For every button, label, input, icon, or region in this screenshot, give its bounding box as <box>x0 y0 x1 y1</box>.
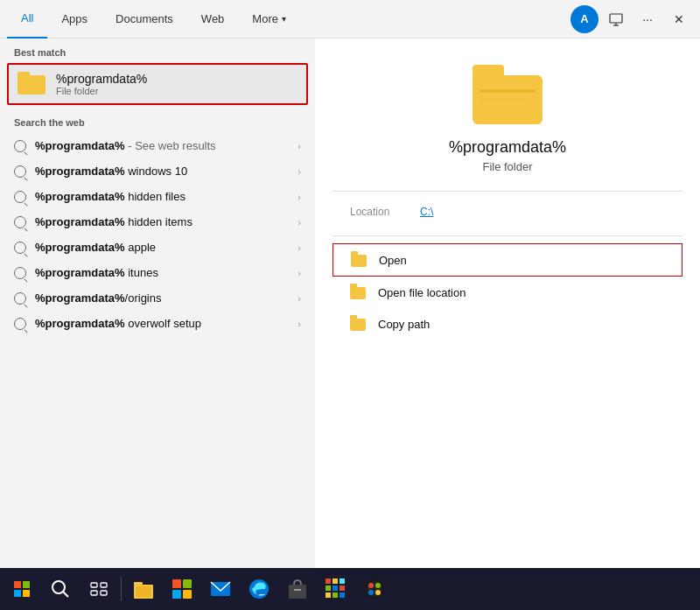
best-match-text: %programdata% File folder <box>56 72 147 96</box>
open-action[interactable]: Open <box>332 243 682 277</box>
tab-documents[interactable]: Documents <box>102 0 187 39</box>
svg-rect-31 <box>332 592 338 598</box>
detail-name: %programdata% <box>449 138 566 157</box>
tab-apps[interactable]: Apps <box>47 0 102 39</box>
close-icon[interactable]: ✕ <box>665 5 693 33</box>
svg-rect-3 <box>14 581 21 588</box>
taskbar-game[interactable] <box>356 571 393 607</box>
tab-all[interactable]: All <box>7 0 47 39</box>
chevron-right-icon: › <box>298 192 301 202</box>
taskbar-shopping[interactable] <box>279 571 316 607</box>
svg-point-7 <box>52 581 65 593</box>
detail-type: File folder <box>482 160 532 173</box>
divider <box>332 191 682 192</box>
search-panel: All Apps Documents Web More ▾ A ··· ✕ Be <box>0 0 700 610</box>
svg-rect-18 <box>172 590 181 599</box>
svg-rect-12 <box>101 591 107 595</box>
start-button[interactable] <box>4 571 40 607</box>
ellipsis-icon[interactable]: ··· <box>634 5 662 33</box>
svg-rect-25 <box>332 578 338 584</box>
svg-rect-30 <box>326 592 331 598</box>
detail-location: Location C:\ <box>332 206 682 218</box>
list-item[interactable]: %programdata%/origins › <box>0 285 315 311</box>
search-icon <box>14 165 26 178</box>
list-item[interactable]: %programdata% windows 10 › <box>0 158 315 184</box>
search-icon <box>14 140 26 152</box>
list-item[interactable]: %programdata% hidden files › <box>0 184 315 209</box>
tab-web[interactable]: Web <box>187 0 239 39</box>
svg-rect-27 <box>326 585 331 591</box>
nav-icons: A ··· ✕ <box>570 5 693 33</box>
list-item[interactable]: %programdata% itunes › <box>0 260 315 285</box>
svg-rect-22 <box>289 585 306 599</box>
svg-rect-9 <box>91 583 97 587</box>
svg-rect-16 <box>172 579 181 588</box>
list-item[interactable]: %programdata% apple › <box>0 235 315 260</box>
right-panel: %programdata% File folder Location C:\ O… <box>315 39 700 610</box>
list-item[interactable]: %programdata% hidden items › <box>0 209 315 235</box>
folder-location-icon <box>350 284 368 301</box>
svg-rect-14 <box>134 582 143 585</box>
search-icon <box>14 267 26 279</box>
taskbar: wsxdn.com <box>0 568 700 610</box>
svg-rect-17 <box>183 579 192 588</box>
chevron-right-icon: › <box>298 293 301 304</box>
taskbar-mail[interactable] <box>202 571 239 607</box>
top-nav: All Apps Documents Web More ▾ A ··· ✕ <box>0 0 700 39</box>
svg-rect-6 <box>23 590 30 597</box>
best-match-label: Best match <box>0 39 315 63</box>
chevron-right-icon: › <box>298 166 301 177</box>
taskbar-edge[interactable] <box>241 571 277 607</box>
chevron-down-icon: ▾ <box>282 14 286 24</box>
tab-more[interactable]: More ▾ <box>238 0 300 39</box>
taskbar-file-explorer[interactable] <box>125 571 162 607</box>
open-file-location-label: Open file location <box>378 286 466 299</box>
taskbar-store[interactable] <box>164 571 200 607</box>
action-divider <box>332 235 682 236</box>
svg-rect-0 <box>610 14 622 23</box>
svg-rect-32 <box>340 592 345 598</box>
copy-path-label: Copy path <box>378 318 430 331</box>
detail-folder-icon <box>472 65 542 124</box>
open-label: Open <box>379 254 407 267</box>
chevron-right-icon: › <box>298 319 301 329</box>
copy-icon <box>350 315 368 333</box>
taskbar-separator <box>121 577 122 601</box>
copy-path-action[interactable]: Copy path <box>332 308 682 340</box>
search-icon <box>14 318 26 330</box>
taskbar-mosaic[interactable] <box>318 571 354 607</box>
search-icon <box>14 216 26 228</box>
avatar[interactable]: A <box>570 5 598 33</box>
svg-rect-29 <box>340 585 345 591</box>
taskbar-search-button[interactable] <box>42 571 79 607</box>
svg-rect-24 <box>326 578 331 584</box>
svg-point-34 <box>367 581 382 597</box>
svg-line-8 <box>63 592 68 597</box>
folder-open-icon <box>351 251 368 269</box>
svg-rect-26 <box>340 578 345 584</box>
search-icon <box>14 191 26 203</box>
folder-icon <box>18 72 46 96</box>
svg-rect-5 <box>14 590 21 597</box>
chevron-right-icon: › <box>298 268 301 278</box>
best-match-type: File folder <box>56 86 147 96</box>
chevron-right-icon: › <box>298 217 301 228</box>
open-file-location-action[interactable]: Open file location <box>332 277 682 308</box>
svg-rect-28 <box>332 585 338 591</box>
web-search-label: Search the web <box>0 109 315 133</box>
task-view-button[interactable] <box>80 571 117 607</box>
search-icon <box>14 292 26 305</box>
list-item[interactable]: %programdata% overwolf setup › <box>0 311 315 336</box>
svg-rect-4 <box>23 581 30 588</box>
location-value[interactable]: C:\ <box>420 206 433 218</box>
svg-rect-23 <box>294 589 301 591</box>
svg-point-36 <box>375 583 381 588</box>
svg-rect-11 <box>91 591 97 595</box>
feedback-icon[interactable] <box>602 5 630 33</box>
left-panel: Best match %programdata% File folder Sea… <box>0 39 315 610</box>
list-item[interactable]: %programdata% - See web results › <box>0 133 315 158</box>
watermark: wsxdn.com <box>653 555 696 564</box>
best-match-item[interactable]: %programdata% File folder <box>7 63 308 105</box>
svg-point-38 <box>375 590 381 595</box>
chevron-right-icon: › <box>298 141 301 151</box>
